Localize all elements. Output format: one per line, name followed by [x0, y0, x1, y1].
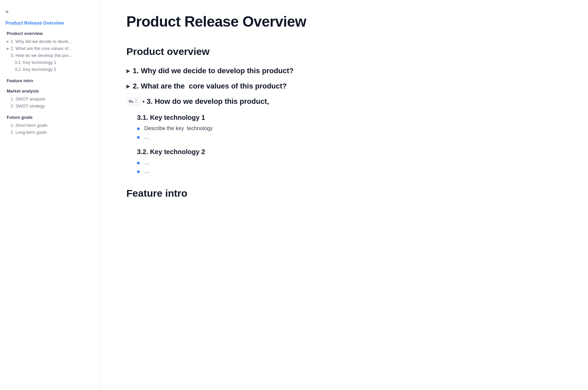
bullet-dot-icon	[137, 127, 140, 130]
sidebar: « Product Release Overview Product overv…	[0, 0, 100, 390]
bullet-item: Describe the key technology	[137, 125, 561, 131]
sidebar-section-future-goals: Future goals	[5, 115, 94, 120]
bullet-dot-icon	[137, 170, 140, 173]
sidebar-item-key-tech-1[interactable]: 3.1. Key technology 1	[5, 59, 94, 66]
feature-intro-heading: Feature intro	[126, 188, 561, 199]
bullet-item: ...	[137, 160, 561, 166]
bullet-dot-icon	[137, 162, 140, 164]
h2-toolbar[interactable]: H₂ ⠿	[126, 98, 140, 105]
sidebar-section-product-overview: Product overview	[5, 31, 94, 36]
back-button[interactable]: «	[5, 8, 9, 15]
section-develop: H₂ ⠿ ▾ 3. How do we develop this product…	[126, 97, 561, 174]
bullet-item: ...	[137, 168, 561, 174]
section-why-heading[interactable]: ▶ 1. Why did we decide to develop this p…	[126, 67, 561, 75]
sidebar-item-short-term[interactable]: ▶ 1. Short-term goals	[5, 122, 94, 129]
section-why-text: 1. Why did we decide to develop this pro…	[133, 67, 294, 75]
key-tech-2-heading: 3.2. Key technology 2	[126, 148, 561, 156]
bullet-text: ...	[144, 134, 149, 140]
more-options-icon[interactable]: ⠿	[135, 99, 138, 104]
bullet-text: ...	[144, 160, 149, 166]
main-content: Product Release Overview Product overvie…	[100, 0, 588, 390]
sidebar-item-key-tech-2[interactable]: 3.2. Key technology 2	[5, 66, 94, 73]
section-why: ▶ 1. Why did we decide to develop this p…	[126, 67, 561, 75]
arrow-icon: ▶	[7, 40, 9, 43]
product-overview-heading: Product overview	[126, 46, 561, 57]
collapse-arrow-icon: ▶	[126, 84, 130, 89]
sidebar-item-label: 1. SWOT analysis	[11, 97, 45, 101]
section-core-values: ▶ 2. What are the core values of this pr…	[126, 82, 561, 91]
sidebar-section-market-analysis: Market analysis	[5, 89, 94, 94]
sidebar-item-core-values[interactable]: ▶ 2. What are the core values of ...	[5, 45, 94, 52]
key-tech-2-bullets: ... ...	[126, 160, 561, 174]
bullet-dot-icon	[137, 136, 140, 139]
section-develop-text: 3. How do we develop this product。	[147, 97, 273, 106]
sidebar-item-label: 2. What are the core values of ...	[11, 46, 73, 51]
sidebar-item-label: 2. SWOT strategy	[11, 103, 45, 108]
bullet-item: ...	[137, 134, 561, 140]
sidebar-item-label: 1. Short-term goals	[11, 123, 48, 128]
key-tech-1-bullets: Describe the key technology ...	[126, 125, 561, 140]
collapse-arrow-icon: ▶	[126, 68, 130, 74]
section-develop-heading-wrapper: H₂ ⠿ ▾ 3. How do we develop this product…	[126, 97, 561, 106]
sidebar-item-develop[interactable]: ▶ 3. How do we develop this pro...	[5, 52, 94, 59]
sidebar-section-feature-intro: Feature intro	[5, 78, 94, 83]
section-core-values-text: 2. What are the core values of this prod…	[133, 82, 287, 91]
sidebar-item-label: 3.1. Key technology 1	[15, 60, 56, 65]
sidebar-item-long-term[interactable]: ▶ 2. Long-term goals	[5, 129, 94, 136]
sidebar-item-label: 2. Long-term goals	[11, 130, 47, 135]
sidebar-item-label: 1. Why did we decide to devel...	[11, 39, 72, 44]
sidebar-item-label: 3. How do we develop this pro...	[11, 53, 72, 58]
sidebar-title[interactable]: Product Release Overview	[5, 20, 94, 26]
bullet-text: ...	[144, 168, 149, 174]
collapse-arrow-down-icon[interactable]: ▾	[142, 99, 145, 104]
bullet-text: Describe the key technology	[144, 125, 213, 131]
h2-toolbar-label: H₂	[129, 99, 133, 104]
key-tech-1-heading: 3.1. Key technology 1	[126, 114, 561, 121]
sub-section-key-tech-2: 3.2. Key technology 2 ... ...	[126, 148, 561, 174]
sidebar-item-swot-analysis[interactable]: ▶ 1. SWOT analysis	[5, 96, 94, 102]
arrow-icon: ▶	[7, 47, 9, 50]
sidebar-item-why[interactable]: ▶ 1. Why did we decide to devel...	[5, 38, 94, 45]
page-title: Product Release Overview	[126, 13, 561, 30]
trailing-char: 。	[267, 98, 273, 105]
sub-section-key-tech-1: 3.1. Key technology 1 Describe the key t…	[126, 114, 561, 140]
section-core-values-heading[interactable]: ▶ 2. What are the core values of this pr…	[126, 82, 561, 91]
sidebar-item-swot-strategy[interactable]: ▶ 2. SWOT strategy	[5, 102, 94, 109]
sidebar-item-label: 3.2. Key technology 2	[15, 67, 56, 72]
